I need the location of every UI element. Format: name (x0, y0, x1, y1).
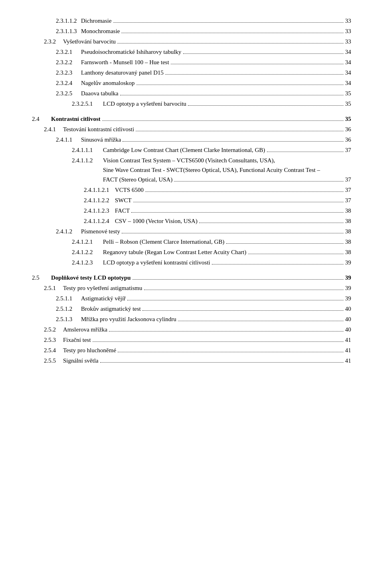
toc-dots (136, 85, 344, 85)
toc-entry: 2.5.5Signální světla41 (32, 356, 351, 365)
toc-number: 2.4.1.2 (56, 227, 78, 236)
toc-number: 2.5.4 (44, 345, 60, 355)
toc-title: LCD optotyp a vyšetření barvocitu (103, 99, 186, 109)
toc-number: 2.4.1.1.2.4 (84, 216, 112, 226)
toc-title: Pseudoisochromatické Ishiharovy tabulky (81, 47, 182, 57)
toc-number: 2.4.1.1.2 (72, 156, 100, 165)
toc-number: 2.3.2.2 (56, 57, 78, 67)
toc-dots (171, 64, 344, 64)
toc-title: Brokův astigmatický test (81, 304, 141, 314)
toc-page: 39 (345, 273, 351, 282)
toc-dots (93, 341, 344, 342)
toc-entry: 2.3.2.1Pseudoisochromatické Ishiharovy t… (32, 47, 351, 57)
toc-title: Vyšetřování barvocitu (63, 37, 116, 46)
toc-dots (133, 202, 344, 202)
toc-entry: 2.4Kontrastní citlivost35 (32, 114, 351, 124)
toc-page: 33 (345, 26, 351, 36)
toc-dots (132, 279, 344, 280)
toc-page: 41 (345, 356, 351, 365)
toc-title: Vision Contrast Test System – VCTS6500 (… (103, 156, 351, 184)
toc-dots (183, 53, 344, 54)
toc-dots (136, 131, 344, 131)
toc-entry: 2.5.2Amslerova mřížka40 (32, 325, 351, 334)
toc-page: 40 (345, 314, 351, 324)
toc-dots (212, 264, 344, 264)
toc-number: 2.4.1.2.3 (72, 258, 100, 267)
toc-title: Sinusová mřížka (81, 135, 121, 144)
toc-title: Farnsworth - Munsell 100 – Hue test (81, 57, 169, 67)
toc-dots (113, 22, 344, 23)
toc-number: 2.3.2.5 (56, 89, 78, 98)
toc-dots (121, 33, 344, 33)
toc-number: 2.4.1 (44, 124, 60, 134)
toc-page: 37 (345, 185, 351, 195)
toc-dots (122, 233, 344, 233)
toc-title: SWCT (115, 195, 132, 205)
toc-page: 35 (345, 99, 351, 109)
toc-page: 38 (345, 247, 351, 257)
table-of-contents: 2.3.1.1.2Dichromasie332.3.1.1.3Monochrom… (32, 16, 351, 365)
toc-title: Kontrastní citlivost (51, 114, 101, 124)
toc-page: 36 (345, 135, 351, 144)
toc-number: 2.4 (32, 114, 48, 124)
toc-number: 2.3.2.4 (56, 78, 78, 88)
toc-dots (117, 43, 344, 43)
toc-dots (102, 120, 344, 121)
toc-title: Testy pro hluchoněmé (63, 345, 116, 355)
toc-page: 40 (345, 325, 351, 334)
toc-dots (100, 362, 344, 363)
toc-title: Lanthony desaturovaný panel D15 (81, 68, 164, 77)
toc-page: 33 (345, 37, 351, 46)
toc-number: 2.3.2.1 (56, 47, 78, 57)
toc-page: 34 (345, 78, 351, 88)
toc-dots (165, 74, 344, 75)
toc-number: 2.5.2 (44, 325, 60, 334)
toc-title: Nagelův anomaloskop (81, 78, 135, 88)
toc-page: 39 (345, 283, 351, 293)
toc-number: 2.3.1.1.2 (56, 16, 78, 26)
toc-page: 35 (345, 89, 351, 98)
toc-dots (109, 331, 344, 331)
toc-page: 36 (345, 124, 351, 134)
toc-dots (131, 212, 344, 213)
toc-dots (267, 152, 344, 152)
toc-number: 2.4.1.2.1 (72, 237, 100, 247)
toc-number: 2.5 (32, 273, 48, 282)
toc-entry: 2.4.1.1.2.4CSV – 1000 (Vector Vision, US… (32, 216, 351, 226)
toc-page: 37 (345, 195, 351, 205)
toc-entry: 2.5.1.3Mřížka pro využití Jacksonova cyl… (32, 314, 351, 324)
toc-page: 34 (345, 68, 351, 77)
toc-title: Doplňkové testy LCD optotypu (51, 273, 131, 282)
toc-title: Cambridge Low Contrast Chart (Clement Cl… (103, 145, 265, 155)
toc-entry: 2.3.2.5Daaova tabulka35 (32, 89, 351, 98)
toc-entry: 2.5.1Testy pro vyšetření astigmatismu39 (32, 283, 351, 293)
toc-number: 2.5.3 (44, 335, 60, 345)
toc-page: 37 (345, 175, 351, 184)
toc-entry: 2.3.2.5.1LCD optotyp a vyšetření barvoci… (32, 99, 351, 109)
toc-number: 2.5.1 (44, 283, 60, 293)
toc-title: LCD optotyp a vyšetření kontrastní citli… (103, 258, 210, 267)
toc-title: Signální světla (63, 356, 99, 365)
toc-number: 2.4.1.1.1 (72, 145, 100, 155)
toc-dots (122, 141, 344, 142)
toc-entry: 2.4.1.1.2.3FACT38 (32, 206, 351, 215)
toc-title: Pelli – Robson (Clement Clarce Internati… (103, 237, 225, 247)
toc-number: 2.3.2 (44, 37, 60, 46)
toc-dots (226, 243, 344, 244)
toc-title: Monochromasie (81, 26, 120, 36)
toc-page: 40 (345, 304, 351, 314)
toc-entry: 2.5Doplňkové testy LCD optotypu39 (32, 273, 351, 282)
toc-dots (118, 352, 344, 352)
toc-entry: 2.4.1.1Sinusová mřížka36 (32, 135, 351, 144)
toc-page: 41 (345, 345, 351, 355)
toc-dots (174, 181, 344, 182)
toc-dots (178, 321, 344, 321)
toc-page: 38 (345, 227, 351, 236)
toc-title: Mřížka pro využití Jacksonova cylindru (81, 314, 176, 324)
toc-number: 2.3.2.5.1 (72, 99, 100, 109)
toc-dots (142, 310, 344, 311)
toc-page: 38 (345, 216, 351, 226)
toc-page: 33 (345, 16, 351, 26)
toc-page: 38 (345, 237, 351, 247)
toc-number: 2.4.1.2.2 (72, 247, 100, 257)
